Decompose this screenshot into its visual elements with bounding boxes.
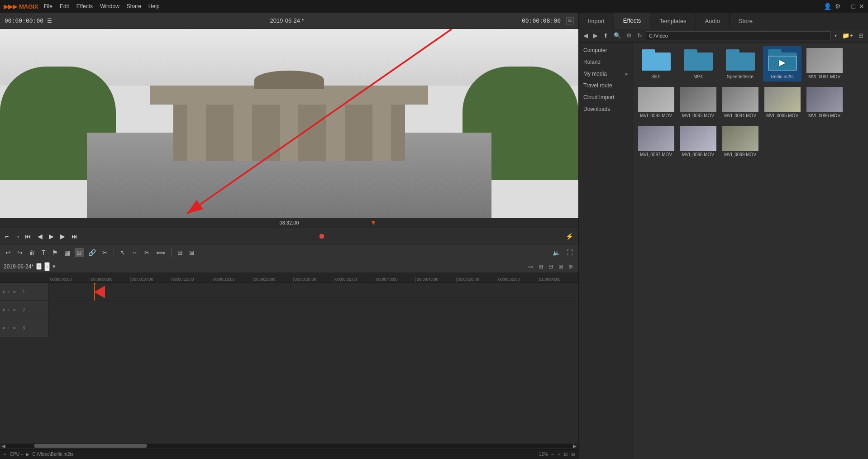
track-add-3[interactable]: + <box>7 325 11 331</box>
menu-edit[interactable]: Edit <box>60 3 69 10</box>
restore-button[interactable]: ⧉ <box>566 17 574 24</box>
search-btn[interactable]: 🔍 <box>612 31 623 40</box>
prev-frame-btn[interactable]: ◀ <box>35 232 45 241</box>
scroll-right-btn[interactable]: ▶ <box>573 444 577 449</box>
flag-btn[interactable]: ⚑ <box>50 248 60 257</box>
track-content-1[interactable] <box>49 283 578 301</box>
mark-in-btn[interactable]: ⌐ <box>3 232 11 241</box>
user-icon[interactable]: 👤 <box>824 3 831 10</box>
tab-import[interactable]: Import <box>579 13 614 29</box>
razor-tool[interactable]: ✂ <box>143 248 152 257</box>
tab-store[interactable]: Store <box>730 13 762 29</box>
hamburger-icon[interactable]: ☰ <box>47 18 52 24</box>
dropdown-btn[interactable]: ▾ <box>52 263 56 270</box>
add-track-btn[interactable]: + <box>4 452 6 457</box>
file-mvi0091[interactable]: MVI_0091.MOV <box>805 46 844 81</box>
mark-out-btn[interactable]: ¬ <box>13 232 21 241</box>
file-mvi0094[interactable]: MVI_0094.MOV <box>721 85 759 120</box>
parent-folder-btn[interactable]: ⬆ <box>601 31 610 40</box>
title-btn[interactable]: T <box>40 248 48 257</box>
track-add-2[interactable]: + <box>7 307 11 313</box>
sidebar-item-downloads[interactable]: Downloads <box>579 103 633 115</box>
menu-file[interactable]: File <box>44 3 52 10</box>
fullscreen-btn[interactable]: ⛶ <box>565 248 575 257</box>
path-dropdown-btn[interactable]: ▾ <box>833 32 839 39</box>
link-btn[interactable]: 🔗 <box>86 248 98 257</box>
scroll-track[interactable] <box>5 444 573 448</box>
group-view-btn[interactable]: ▦ <box>62 248 72 257</box>
stretch-tool[interactable]: ⟺ <box>154 248 167 257</box>
back-btn[interactable]: ◀ <box>582 31 590 40</box>
tab-effects[interactable]: Effects <box>614 13 651 29</box>
folder-berlin[interactable]: ▶ Berlin.m2ts <box>763 46 801 81</box>
file-mvi0092[interactable]: MVI_0092.MOV <box>637 85 675 120</box>
settings-icon[interactable]: ⚙ <box>835 3 841 10</box>
track-expand-1[interactable]: ▾ <box>2 289 6 295</box>
sidebar-item-mymedia[interactable]: My media <box>579 68 633 80</box>
file-mvi0098[interactable]: MVI_0098.MOV <box>679 124 717 159</box>
forward-btn[interactable]: ▶ <box>591 31 600 40</box>
close-btn[interactable]: ✕ <box>859 3 864 10</box>
new-folder-btn[interactable]: 📁+ <box>840 31 855 40</box>
track-expand-2[interactable]: ▾ <box>2 307 6 313</box>
maximize-btn[interactable]: □ <box>852 3 855 10</box>
file-mvi0093[interactable]: MVI_0093.MOV <box>679 85 717 120</box>
fit-btn[interactable]: ⊡ <box>564 452 568 457</box>
track-content-2[interactable] <box>49 301 578 319</box>
expand-view-btn[interactable]: ⊠ <box>557 263 565 271</box>
play-btn[interactable]: ▶ <box>47 232 56 241</box>
redo-btn[interactable]: ↪ <box>15 248 24 257</box>
file-mvi0096[interactable]: MVI_0096.MOV <box>805 85 844 120</box>
menu-share[interactable]: Share <box>127 3 141 10</box>
zoom-out-btn[interactable]: – <box>552 452 554 457</box>
go-start-btn[interactable]: ⏮ <box>23 232 33 241</box>
sidebar-item-travelroute[interactable]: Travel route <box>579 80 633 91</box>
scroll-left-btn[interactable]: ◀ <box>2 444 5 449</box>
select-tool[interactable]: ↖ <box>118 248 127 257</box>
sidebar-item-roland[interactable]: Roland <box>579 56 633 68</box>
tab-audio[interactable]: Audio <box>696 13 730 29</box>
record-btn[interactable]: ⏺ <box>316 231 328 241</box>
track-remove-2[interactable]: ✕ <box>12 307 17 313</box>
go-end-btn[interactable]: ⏭ <box>69 232 80 241</box>
zoom-in-btn[interactable]: ⊕ <box>567 263 575 271</box>
timeline-close-btn[interactable]: ✕ <box>36 263 42 270</box>
lightning-btn[interactable]: ⚡ <box>563 232 576 241</box>
file-mvi0095[interactable]: MVI_0095.MOV <box>763 85 801 120</box>
path-input[interactable] <box>646 31 831 40</box>
track-remove-1[interactable]: ✕ <box>12 289 17 295</box>
speaker-btn[interactable]: 🔈 <box>551 248 562 257</box>
refresh-btn[interactable]: ↻ <box>635 31 644 40</box>
menu-effects[interactable]: Effects <box>76 3 93 10</box>
sidebar-item-cloudimport[interactable]: Cloud Import <box>579 91 633 103</box>
menu-window[interactable]: Window <box>100 3 119 10</box>
split-btn[interactable]: ✂ <box>100 248 110 257</box>
trim-btn[interactable]: ⊟ <box>75 248 84 257</box>
next-frame-btn[interactable]: ▶ <box>58 232 67 241</box>
move-tool[interactable]: ↔ <box>130 248 140 257</box>
file-mvi0099[interactable]: MVI_0099.MOV <box>721 124 759 159</box>
folder-mp4[interactable]: MP4 <box>679 46 717 81</box>
single-view-btn[interactable]: ▭ <box>526 263 535 271</box>
file-mvi0097[interactable]: MVI_0097.MOV <box>637 124 675 159</box>
track-remove-3[interactable]: ✕ <box>12 325 17 331</box>
undo-btn[interactable]: ↩ <box>4 248 13 257</box>
grid-view-btn[interactable]: ⊞ <box>857 31 865 40</box>
track-add-1[interactable]: + <box>7 289 11 295</box>
dual-view-btn[interactable]: ⊞ <box>537 263 545 271</box>
zoom-max-btn[interactable]: ⊞ <box>571 452 575 457</box>
scroll-thumb[interactable] <box>34 444 148 448</box>
menu-help[interactable]: Help <box>148 3 160 10</box>
timeline-add-btn[interactable]: + <box>44 262 50 271</box>
settings-btn[interactable]: ⚙ <box>625 31 634 40</box>
folder-360[interactable]: 360° <box>637 46 675 81</box>
track-content-3[interactable] <box>49 319 578 337</box>
zoom-in-btn-status[interactable]: + <box>558 452 560 457</box>
insert-btn[interactable]: ⊞ <box>176 248 185 257</box>
sidebar-item-computer[interactable]: Computer <box>579 44 633 56</box>
minimize-btn[interactable]: – <box>844 3 848 10</box>
overwrite-btn[interactable]: ⊠ <box>187 248 196 257</box>
tab-templates[interactable]: Templates <box>650 13 696 29</box>
delete-btn[interactable]: 🗑 <box>27 248 37 257</box>
track-expand-3[interactable]: ▾ <box>2 325 6 331</box>
